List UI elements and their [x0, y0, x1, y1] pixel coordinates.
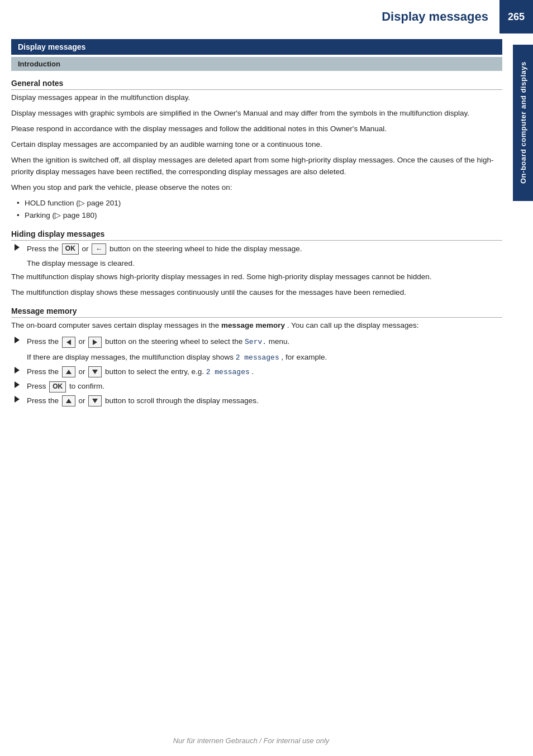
hiding-steps: Press the OK or ← button on the steering…: [15, 243, 502, 255]
side-tab: On-board computer and displays: [513, 45, 533, 201]
ok-button-inline-3: OK: [49, 381, 66, 393]
memory-step3-suffix: to confirm.: [69, 382, 104, 390]
memory-step1-menu-suffix: menu.: [269, 337, 290, 346]
memory-step2-mono: 2 messages: [206, 368, 250, 376]
memory-step-3: Press OK to confirm.: [15, 380, 502, 393]
memory-step-4: Press the or button to scroll through th…: [15, 395, 502, 407]
hiding-step1-continuation: The display message is cleared.: [27, 258, 502, 269]
general-notes-bullets: HOLD function (▷ page 201) Parking (▷ pa…: [17, 197, 502, 221]
header-title: Display messages: [382, 9, 488, 24]
memory-step1-cont-mono: 2 messages: [236, 353, 279, 362]
hiding-step1-prefix: Press the: [27, 245, 59, 253]
left-button-1: [62, 337, 75, 348]
right-button-1: [88, 337, 102, 348]
general-notes-para-2: Display messages with graphic symbols ar…: [11, 108, 502, 119]
message-memory-title: Message memory: [11, 307, 502, 318]
general-notes-para-6: When you stop and park the vehicle, plea…: [11, 182, 502, 194]
message-memory-bold: message memory: [221, 321, 285, 329]
memory-step1-suffix: button on the steering wheel to select t…: [105, 337, 242, 346]
bullet-hold: HOLD function (▷ page 201): [17, 197, 502, 209]
memory-step2-end: .: [252, 367, 254, 376]
message-memory-steps-2: Press the or button to select the entry,…: [15, 366, 502, 407]
step-arrow-m4: [15, 396, 20, 403]
hiding-step1-or: or: [82, 245, 91, 253]
message-memory-intro: The on-board computer saves certain disp…: [11, 320, 502, 332]
memory-step1-menu: Serv.: [245, 338, 266, 346]
hiding-para-2: The multifunction display shows these me…: [11, 287, 502, 299]
up-button-4: [62, 395, 75, 406]
general-notes-para-3: Please respond in accordance with the di…: [11, 123, 502, 135]
message-memory-intro-text: The on-board computer saves certain disp…: [11, 321, 219, 329]
memory-step2-suffix: button to select the entry, e.g.: [105, 367, 204, 376]
step-arrow-m2: [15, 367, 20, 374]
step-arrow-1: [15, 244, 20, 251]
step-arrow-m3: [15, 381, 20, 388]
memory-step1-cont-suffix: , for example.: [281, 353, 327, 361]
message-memory-intro-suffix: . You can call up the display messages:: [287, 321, 419, 329]
memory-step2-prefix: Press the: [27, 367, 59, 376]
subsection-header-introduction: Introduction: [11, 57, 502, 71]
back-button-inline: ←: [92, 243, 106, 255]
ok-button-inline-1: OK: [62, 243, 79, 255]
memory-step4-prefix: Press the: [27, 396, 59, 405]
step-arrow-m1: [15, 337, 20, 343]
memory-step1-or: or: [79, 337, 88, 346]
up-button-2: [62, 366, 75, 377]
memory-step-1: Press the or button on the steering whee…: [15, 336, 502, 348]
general-notes-para-5: When the ignition is switched off, all d…: [11, 155, 502, 178]
page-number: 265: [499, 0, 533, 34]
main-content: Display messages Introduction General no…: [11, 39, 502, 445]
bullet-parking: Parking (▷ page 180): [17, 209, 502, 222]
down-button-2: [88, 366, 102, 377]
message-memory-steps: Press the or button on the steering whee…: [15, 336, 502, 348]
memory-step4-or: or: [79, 396, 88, 405]
memory-step1-prefix: Press the: [27, 337, 59, 346]
general-notes-para-1: Display messages appear in the multifunc…: [11, 92, 502, 104]
page-header: Display messages: [0, 0, 499, 34]
memory-step1-cont: If there are display messages, the multi…: [27, 352, 502, 363]
hiding-messages-title: Hiding display messages: [11, 229, 502, 241]
memory-step3-prefix: Press: [27, 382, 46, 390]
memory-step-2: Press the or button to select the entry,…: [15, 366, 502, 379]
memory-step2-or: or: [79, 367, 88, 376]
memory-step4-suffix: button to scroll through the display mes…: [105, 396, 259, 405]
hiding-para-1: The multifunction display shows high-pri…: [11, 271, 502, 283]
down-button-4: [88, 395, 102, 406]
general-notes-title: General notes: [11, 79, 502, 90]
section-header-display-messages: Display messages: [11, 39, 502, 55]
hiding-step1-suffix: button on the steering wheel to hide the…: [110, 245, 302, 253]
hiding-step-1: Press the OK or ← button on the steering…: [15, 243, 502, 255]
footer-watermark: Nur für internen Gebrauch / For internal…: [0, 736, 502, 745]
general-notes-para-4: Certain display messages are accompanied…: [11, 139, 502, 151]
